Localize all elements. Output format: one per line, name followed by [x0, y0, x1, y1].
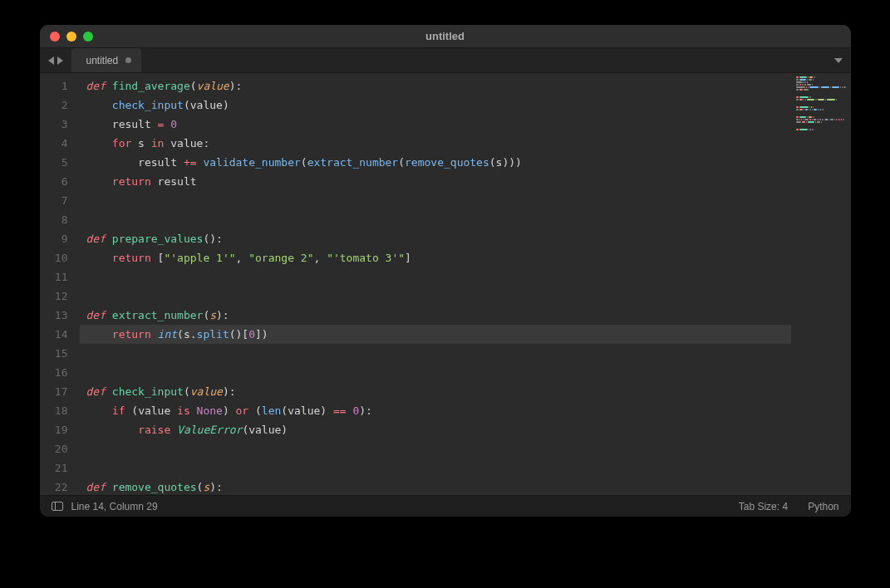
code-line[interactable]: result = 0 [80, 115, 791, 134]
line-number: 10 [40, 248, 68, 267]
line-number: 16 [40, 363, 68, 382]
code-line[interactable] [80, 458, 791, 478]
code-line[interactable] [80, 363, 791, 382]
line-number: 15 [40, 344, 68, 363]
line-number: 6 [40, 172, 68, 191]
code-line[interactable]: def prepare_values(): [80, 229, 791, 248]
code-line[interactable]: result += validate_number(extract_number… [80, 153, 791, 172]
line-number: 8 [40, 210, 68, 229]
code-line[interactable]: for s in value: [80, 134, 791, 153]
code-line[interactable]: def check_input(value): [80, 382, 791, 401]
code-line[interactable] [80, 210, 791, 229]
line-number: 9 [40, 229, 68, 248]
tab-label: untitled [86, 55, 119, 66]
line-number: 20 [40, 439, 68, 458]
line-number: 3 [40, 115, 68, 134]
cursor-position[interactable]: Line 14, Column 29 [71, 501, 158, 512]
titlebar: untitled [40, 25, 851, 48]
line-number: 18 [40, 401, 68, 420]
code-line[interactable]: check_input(value) [80, 96, 791, 115]
line-number: 12 [40, 287, 68, 306]
line-number: 14 [40, 325, 68, 344]
panel-toggle-icon[interactable] [52, 502, 63, 511]
tab-untitled[interactable]: untitled [71, 48, 142, 72]
code-line[interactable] [80, 439, 791, 458]
nav-back-icon[interactable] [48, 56, 54, 65]
editor-area: 12345678910111213141516171819202122 def … [40, 73, 851, 495]
code-line[interactable]: return result [80, 172, 791, 191]
editor-window: untitled untitled 1234567891011121314151… [40, 25, 851, 517]
line-number-gutter: 12345678910111213141516171819202122 [40, 73, 80, 495]
tab-dropdown-icon[interactable] [834, 58, 843, 63]
line-number: 21 [40, 458, 68, 478]
code-line[interactable]: def find_average(value): [80, 76, 791, 96]
maximize-icon[interactable] [83, 32, 93, 42]
code-line[interactable] [80, 267, 791, 287]
code-line[interactable] [80, 344, 791, 363]
code-editor[interactable]: def find_average(value): check_input(val… [80, 73, 791, 495]
line-number: 4 [40, 134, 68, 153]
line-number: 1 [40, 76, 68, 96]
code-line[interactable] [80, 287, 791, 306]
code-line[interactable]: raise ValueError(value) [80, 420, 791, 439]
minimize-icon[interactable] [66, 32, 76, 42]
traffic-lights [40, 32, 93, 42]
line-number: 11 [40, 267, 68, 287]
line-number: 19 [40, 420, 68, 439]
language-mode[interactable]: Python [808, 501, 838, 512]
close-icon[interactable] [50, 32, 60, 42]
code-line[interactable]: def remove_quotes(s): [80, 478, 791, 497]
minimap[interactable] [791, 73, 851, 495]
line-number: 2 [40, 96, 68, 115]
tab-size[interactable]: Tab Size: 4 [739, 501, 788, 512]
code-line[interactable]: if (value is None) or (len(value) == 0): [80, 401, 791, 420]
code-line[interactable] [80, 191, 791, 210]
line-number: 17 [40, 382, 68, 401]
window-title: untitled [40, 30, 851, 42]
dirty-indicator-icon [125, 57, 131, 63]
line-number: 22 [40, 478, 68, 497]
code-line[interactable]: return int(s.split()[0]) [80, 325, 791, 344]
nav-forward-icon[interactable] [57, 56, 63, 65]
tabbar: untitled [40, 48, 851, 73]
line-number: 7 [40, 191, 68, 210]
code-line[interactable]: def extract_number(s): [80, 306, 791, 325]
line-number: 13 [40, 306, 68, 325]
nav-arrows [40, 48, 71, 72]
statusbar: Line 14, Column 29 Tab Size: 4 Python [40, 495, 851, 517]
code-line[interactable]: return ["'apple 1'", "orange 2", "'tomat… [80, 248, 791, 267]
line-number: 5 [40, 153, 68, 172]
